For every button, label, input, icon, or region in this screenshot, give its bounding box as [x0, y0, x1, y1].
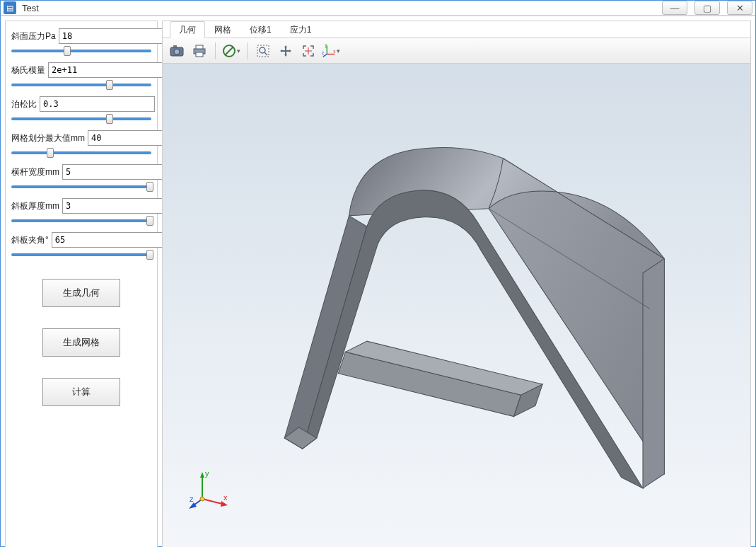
tab-displacement1[interactable]: 位移1 — [240, 21, 281, 38]
axis-x-label: x — [223, 493, 228, 502]
svg-line-10 — [264, 52, 267, 55]
window-title: Test — [22, 3, 39, 13]
dropdown-icon: ▾ — [237, 47, 240, 54]
svg-rect-5 — [196, 52, 203, 57]
window-buttons: — ▢ ✕ — [662, 1, 752, 15]
svg-marker-20 — [221, 501, 228, 507]
no-select-icon[interactable]: ▾ — [221, 41, 241, 61]
slider-thumb[interactable] — [64, 46, 71, 56]
tab-geometry[interactable]: 几何 — [170, 21, 205, 38]
svg-point-1 — [174, 49, 180, 54]
tab-mesh[interactable]: 网格 — [205, 21, 240, 38]
slider-thumb[interactable] — [106, 80, 113, 90]
axes-icon[interactable]: y x z ▾ — [321, 41, 341, 61]
actions: 生成几何 生成网格 计算 — [11, 279, 151, 406]
param-label-meshmax: 网格划分最大值mm — [11, 132, 85, 144]
param-slider-pressure[interactable] — [11, 50, 151, 52]
param-input-thickness[interactable] — [62, 198, 178, 214]
print-icon[interactable] — [190, 41, 209, 61]
param-slider-angle[interactable] — [11, 253, 151, 256]
maximize-button[interactable]: ▢ — [694, 1, 720, 15]
axis-z-label: z — [190, 495, 194, 503]
viewer-toolbar: ▾ y x z ▾ — [163, 38, 750, 64]
param-input-youngs[interactable] — [48, 62, 163, 78]
svg-point-23 — [200, 497, 204, 501]
fit-view-icon[interactable] — [298, 41, 318, 61]
zoom-rect-icon[interactable] — [253, 41, 273, 61]
param-label-pressure: 斜面压力Pa — [11, 30, 56, 42]
app-window: Test — ▢ ✕ 斜面压力Pa杨氏模量泊松比网格划分最大值mm横杆宽度mm斜… — [0, 0, 756, 547]
camera-icon[interactable] — [167, 41, 187, 61]
param-label-poisson: 泊松比 — [11, 98, 37, 110]
param-input-pressure[interactable] — [59, 28, 174, 44]
param-label-youngs: 杨氏模量 — [11, 64, 45, 76]
param-angle: 斜板夹角° — [11, 232, 151, 256]
geometry-model — [163, 64, 750, 547]
param-input-angle[interactable] — [52, 232, 167, 248]
app-icon — [4, 1, 16, 14]
param-poisson: 泊松比 — [11, 96, 151, 120]
titlebar: Test — ▢ ✕ — [1, 1, 755, 16]
param-meshmax: 网格划分最大值mm — [11, 130, 151, 154]
close-button[interactable]: ✕ — [727, 1, 752, 15]
slider-thumb[interactable] — [146, 216, 153, 226]
param-slider-meshmax[interactable] — [11, 151, 151, 154]
toolbar-separator — [215, 42, 216, 59]
main-area: 斜面压力Pa杨氏模量泊松比网格划分最大值mm横杆宽度mm斜板厚度mm斜板夹角° … — [1, 16, 755, 547]
svg-marker-18 — [200, 472, 204, 478]
slider-thumb[interactable] — [146, 250, 153, 260]
svg-point-9 — [260, 47, 265, 53]
dropdown-icon: ▾ — [337, 47, 340, 54]
pan-icon[interactable] — [276, 41, 296, 61]
sidebar: 斜面压力Pa杨氏模量泊松比网格划分最大值mm横杆宽度mm斜板厚度mm斜板夹角° … — [5, 21, 158, 547]
svg-line-7 — [225, 47, 233, 55]
param-slider-barwidth[interactable] — [11, 185, 151, 188]
minimize-button[interactable]: — — [662, 1, 687, 15]
param-label-barwidth: 横杆宽度mm — [11, 166, 59, 178]
param-input-barwidth[interactable] — [62, 164, 178, 180]
svg-rect-4 — [196, 45, 203, 49]
param-youngs: 杨氏模量 — [11, 62, 151, 86]
svg-rect-2 — [173, 45, 177, 47]
viewer-panel: 几何 网格 位移1 应力1 ▾ — [162, 21, 751, 547]
slider-thumb[interactable] — [146, 182, 153, 192]
generate-mesh-button[interactable]: 生成网格 — [42, 328, 120, 357]
axis-y-label: y — [205, 469, 209, 478]
compute-button[interactable]: 计算 — [42, 378, 120, 406]
toolbar-separator — [247, 42, 248, 59]
param-label-angle: 斜板夹角° — [11, 234, 49, 246]
param-slider-poisson[interactable] — [11, 117, 151, 120]
generate-geometry-button[interactable]: 生成几何 — [42, 279, 120, 307]
slider-thumb[interactable] — [106, 114, 113, 124]
param-label-thickness: 斜板厚度mm — [11, 200, 59, 212]
param-slider-youngs[interactable] — [11, 84, 151, 86]
tabs: 几何 网格 位移1 应力1 — [163, 21, 750, 38]
param-thickness: 斜板厚度mm — [11, 198, 151, 222]
param-slider-thickness[interactable] — [11, 219, 151, 222]
param-barwidth: 横杆宽度mm — [11, 164, 151, 188]
svg-text:z: z — [322, 50, 324, 55]
param-input-poisson[interactable] — [40, 96, 155, 112]
axes-gizmo: y x z — [188, 469, 231, 512]
viewport-canvas[interactable]: y x z — [163, 64, 750, 547]
svg-text:x: x — [333, 48, 336, 53]
tab-stress1[interactable]: 应力1 — [281, 21, 321, 38]
param-pressure: 斜面压力Pa — [11, 28, 151, 52]
slider-thumb[interactable] — [47, 148, 54, 158]
